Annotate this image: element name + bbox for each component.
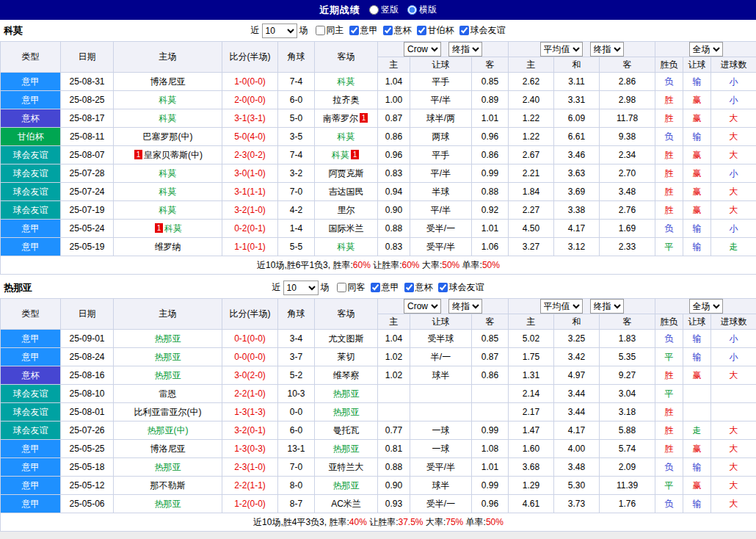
team-name-text: 科莫 <box>332 150 349 160</box>
match-row: 意甲25-05-18热那亚2-3(1-0)7-0亚特兰大0.88受平/半1.01… <box>1 458 756 477</box>
checkbox-input[interactable] <box>337 283 346 292</box>
match-date: 25-05-24 <box>61 220 114 238</box>
asia-stage-select[interactable]: 终指 <box>448 299 482 314</box>
euro-away-odds: 5.88 <box>600 422 655 440</box>
match-score: 0-2(0-1) <box>222 220 278 238</box>
result-goals: 大 <box>711 495 756 513</box>
checkbox-input[interactable] <box>438 283 448 292</box>
section-team-name: 科莫 <box>4 24 23 37</box>
asia-handicap: 平/半 <box>410 201 472 220</box>
checkbox-input[interactable] <box>404 283 414 292</box>
asia-away-odds: 0.86 <box>472 366 509 385</box>
team-name-text: 热那亚 <box>333 480 360 491</box>
asia-handicap: 球半/两 <box>410 109 472 128</box>
checkbox-input[interactable] <box>349 26 359 35</box>
corner-score: 5-5 <box>278 238 315 256</box>
home-team: 热那亚 <box>114 348 222 366</box>
checkbox-input[interactable] <box>383 26 393 35</box>
result-wdl: 胜 <box>655 403 683 422</box>
match-score: 1-3(0-3) <box>222 440 278 458</box>
average-select[interactable]: 平均值 <box>540 299 583 314</box>
match-type: 意甲 <box>1 458 61 477</box>
asia-home-odds: 0.87 <box>378 109 410 128</box>
euro-away-odds: 2.86 <box>600 73 655 91</box>
euro-stage-select[interactable]: 终指 <box>590 42 624 57</box>
match-score: 2-3(1-0) <box>222 458 278 477</box>
result-wdl: 平 <box>655 238 683 256</box>
team-name-text: 科莫 <box>159 187 177 197</box>
result-handicap <box>683 403 711 422</box>
home-team: 维罗纳 <box>114 238 222 256</box>
average-select[interactable]: 平均值 <box>540 42 583 57</box>
asia-away-odds: 0.85 <box>472 73 509 91</box>
result-wdl: 胜 <box>655 146 683 164</box>
team-name-text: 热那亚 <box>155 370 181 380</box>
corner-score: 6-0 <box>278 91 315 109</box>
euro-home-odds: 1.31 <box>509 366 554 385</box>
euro-draw-odds: 4.17 <box>554 220 600 238</box>
matches-body: 意甲25-09-01热那亚0-1(0-0)3-4尤文图斯1.04受半球0.855… <box>1 330 756 513</box>
home-team: 热那亚 <box>114 458 222 477</box>
summary-value: 75% <box>446 517 463 527</box>
result-goals: 小 <box>711 348 756 366</box>
checkbox-input[interactable] <box>459 26 469 35</box>
asia-stage-select[interactable]: 终指 <box>448 42 482 57</box>
layout-option-vertical[interactable]: 竖版 <box>369 4 399 16</box>
team-name-text: 皇家贝蒂斯(中) <box>144 150 203 160</box>
result-goals: 大 <box>711 366 756 385</box>
euro-away-odds: 11.39 <box>600 477 655 495</box>
bookmaker-select[interactable]: Crow <box>404 299 441 314</box>
filter-checkbox-球会友谊[interactable]: 球会友谊 <box>433 281 484 294</box>
filter-checkbox-意甲[interactable]: 意甲 <box>344 24 378 37</box>
vertical-radio[interactable] <box>369 5 379 15</box>
euro-stage-select[interactable]: 终指 <box>590 299 624 314</box>
horizontal-radio[interactable] <box>407 5 417 15</box>
euro-home-odds: 1.29 <box>509 477 554 495</box>
home-team: 科莫 <box>114 91 222 109</box>
asia-handicap: 平/半 <box>410 91 472 109</box>
match-date: 25-07-26 <box>61 422 114 440</box>
result-wdl: 负 <box>655 220 683 238</box>
home-team: 热那亚 <box>114 330 222 348</box>
match-date: 25-08-07 <box>61 146 114 164</box>
result-handicap: 赢 <box>683 109 711 128</box>
bookmaker-select[interactable]: Crow <box>404 42 441 57</box>
scope-select[interactable]: 全场 <box>689 299 723 314</box>
away-team: 国际米兰 <box>315 220 378 238</box>
match-date: 25-07-28 <box>61 164 114 183</box>
result-handicap: 走 <box>683 422 711 440</box>
section-header: 科莫 近 10 场 同主意甲意杯甘伯杯球会友谊 <box>0 20 756 41</box>
match-type: 甘伯杯 <box>1 128 61 146</box>
filter-checkbox-意杯[interactable]: 意杯 <box>399 281 433 294</box>
scope-select[interactable]: 全场 <box>689 42 723 57</box>
match-row: 意甲25-05-12那不勒斯2-2(1-1)8-0热那亚0.90球半0.991.… <box>1 477 756 495</box>
checkbox-input[interactable] <box>417 26 426 35</box>
filter-checkbox-意杯[interactable]: 意杯 <box>378 24 412 37</box>
asia-handicap: 球半 <box>410 366 472 385</box>
filter-checkbox-同主[interactable]: 同主 <box>310 24 344 37</box>
asia-handicap: 平/半 <box>410 164 472 183</box>
result-wdl: 负 <box>655 128 683 146</box>
asia-away-odds: 0.87 <box>472 348 509 366</box>
checkbox-input[interactable] <box>371 283 380 292</box>
layout-option-horizontal[interactable]: 横版 <box>407 4 437 16</box>
result-wdl: 负 <box>655 458 683 477</box>
match-row: 球会友谊25-07-24科莫3-1(1-1)7-0吉达国民0.94半球0.881… <box>1 183 756 201</box>
summary-text: 单率: <box>459 260 482 270</box>
filter-checkbox-球会友谊[interactable]: 球会友谊 <box>454 24 506 37</box>
summary-value: 37.5% <box>399 517 424 527</box>
filter-checkbox-甘伯杯[interactable]: 甘伯杯 <box>412 24 454 37</box>
match-date: 25-05-12 <box>61 477 114 495</box>
away-team: 尤文图斯 <box>315 330 378 348</box>
filter-checkbox-意甲[interactable]: 意甲 <box>366 281 399 294</box>
match-count-select[interactable]: 10 <box>283 281 319 295</box>
result-goals: 大 <box>711 440 756 458</box>
result-goals: 大 <box>711 422 756 440</box>
checkbox-label: 甘伯杯 <box>428 24 454 37</box>
team-name-text: 巴塞罗那(中) <box>143 131 193 142</box>
checkbox-input[interactable] <box>316 26 325 35</box>
red-card-icon: 1 <box>155 223 163 233</box>
match-count-select[interactable]: 10 <box>262 23 297 38</box>
euro-draw-odds: 3.12 <box>554 238 600 256</box>
filter-checkbox-同客[interactable]: 同客 <box>332 281 366 294</box>
